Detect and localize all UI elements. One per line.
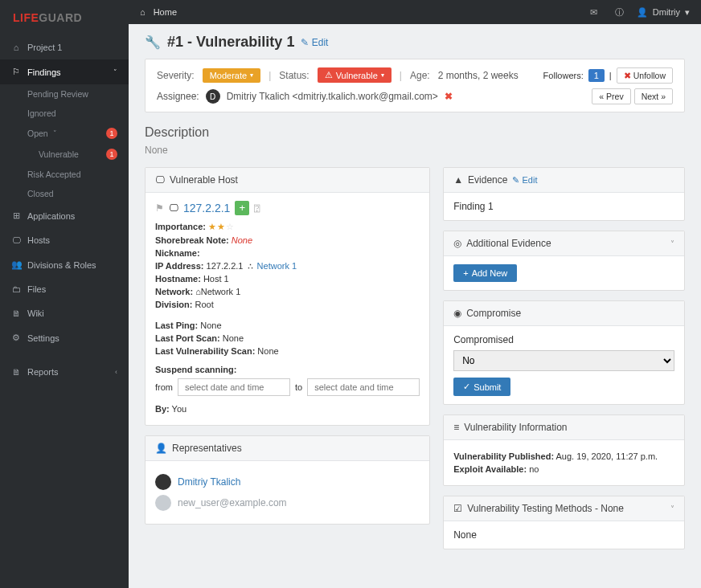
prev-button[interactable]: « Prev	[592, 88, 630, 104]
monitor-icon: 🖵	[155, 174, 165, 186]
breadcrumb-home[interactable]: Home	[154, 7, 177, 17]
page-icon: 🗎	[11, 367, 21, 377]
network-label: Network:	[155, 287, 193, 296]
shorebreak-value: None	[232, 235, 252, 245]
suspend-label: Suspend scanning:	[155, 365, 236, 374]
user-name: Dmitriy	[653, 7, 680, 17]
sidebar-item-hosts[interactable]: 🖵 Hosts	[0, 228, 129, 252]
edit-title-link[interactable]: ✎ Edit	[301, 37, 328, 48]
ip-label: IP Address:	[155, 261, 204, 271]
followers-row: Followers: 1 | ✖Unfollow	[543, 67, 673, 84]
flag-icon: ⚐	[11, 67, 21, 77]
logo: LIFEGUARD	[0, 0, 129, 35]
warning-icon: ⚠	[325, 70, 333, 80]
logo-part2: GUARD	[39, 11, 82, 24]
pencil-icon: ✎	[512, 175, 519, 185]
chevron-left-icon: ‹	[115, 368, 117, 376]
list-icon: ≡	[453, 422, 459, 433]
submit-label: Submit	[473, 382, 501, 392]
sidebar-item-files[interactable]: 🗀 Files	[0, 277, 129, 301]
sidebar-item-risk-accepted[interactable]: Risk Accepted	[0, 165, 129, 184]
help-icon[interactable]: ⍰	[254, 202, 260, 214]
grid-icon: ⊞	[11, 210, 21, 221]
sidebar-item-applications[interactable]: ⊞ Applications	[0, 203, 129, 228]
star-rating: ★★☆	[208, 222, 235, 231]
pencil-icon: ✎	[301, 37, 309, 48]
nickname-label: Nickname:	[155, 248, 200, 258]
last-vuln-value: None	[257, 346, 278, 356]
sidebar-item-settings[interactable]: ⚙ Settings	[0, 325, 129, 350]
user-menu[interactable]: 👤 Dmitriy ▾	[637, 7, 690, 18]
status-dropdown[interactable]: ⚠ Vulnerable ▾	[318, 67, 391, 83]
mail-icon[interactable]: ✉	[585, 5, 603, 19]
add-host-button[interactable]: +	[235, 201, 249, 215]
sidebar-item-vulnerable[interactable]: Vulnerable 1	[0, 144, 129, 165]
exploit-label: Exploit Available:	[453, 464, 527, 474]
sidebar-item-reports[interactable]: 🗎 Reports ‹	[0, 360, 129, 384]
division-value: Root	[195, 300, 214, 309]
sidebar-item-pending[interactable]: Pending Review	[0, 84, 129, 104]
card-title: Evidence	[468, 174, 507, 186]
representatives-card: 👤 Representatives Dmitriy Tkalich new_us…	[145, 435, 430, 525]
representative-link[interactable]: Dmitriy Tkalich	[178, 476, 240, 488]
severity-dropdown[interactable]: Moderate ▾	[203, 68, 260, 83]
submit-button[interactable]: ✓ Submit	[453, 378, 510, 396]
evidence-card: ▲ Evidence ✎ Edit Finding 1	[443, 167, 685, 221]
page-icon: 🗎	[11, 308, 21, 318]
card-title: Vulnerable Host	[170, 174, 238, 186]
followers-count: 1	[588, 69, 605, 82]
sidebar-label: Reports	[27, 367, 59, 377]
edit-evidence-link[interactable]: ✎ Edit	[512, 175, 537, 186]
severity-label: Severity:	[157, 70, 195, 81]
sidebar-label: Ignored	[27, 108, 56, 118]
sidebar-item-closed[interactable]: Closed	[0, 184, 129, 203]
caret-down-icon: ▾	[685, 7, 690, 18]
next-button[interactable]: Next »	[634, 88, 673, 104]
network-value: Network 1	[201, 287, 241, 296]
network-link[interactable]: Network 1	[257, 261, 297, 271]
chevron-down-icon: ˅	[53, 129, 57, 137]
last-vuln-label: Last Vulnerability Scan:	[155, 346, 255, 356]
sidebar-label: Open	[27, 129, 48, 138]
sidebar-label: Findings	[27, 67, 61, 77]
sidebar: LIFEGUARD ⌂ Project 1 ⚐ Findings ˅ Pendi…	[0, 0, 129, 588]
by-value: You	[172, 404, 187, 414]
last-port-value: None	[223, 333, 244, 343]
representative-row: Dmitriy Tkalich	[155, 474, 420, 490]
to-date-input[interactable]	[307, 378, 420, 396]
home-icon[interactable]: ⌂	[140, 7, 146, 17]
logo-part1: LIFE	[13, 11, 39, 24]
sidebar-item-findings[interactable]: ⚐ Findings ˅	[0, 59, 129, 84]
sidebar-item-open[interactable]: Open ˅ 1	[0, 123, 129, 144]
monitor-icon: 🖵	[169, 202, 178, 214]
host-ip-link[interactable]: 127.2.2.1	[183, 202, 230, 214]
remove-assignee-button[interactable]: ✖	[445, 91, 453, 102]
sidebar-item-ignored[interactable]: Ignored	[0, 104, 129, 123]
assignee-text: Dmitriy Tkalich <dmitriy.tkalich.work@gm…	[227, 91, 438, 102]
prev-next-row: « Prev Next »	[592, 88, 673, 104]
sidebar-item-project[interactable]: ⌂ Project 1	[0, 35, 129, 59]
sidebar-item-wiki[interactable]: 🗎 Wiki	[0, 301, 129, 325]
evidence-icon: ▲	[453, 174, 463, 186]
monitor-icon: 🖵	[11, 235, 21, 245]
caret-down-icon: ▾	[381, 71, 384, 79]
wrench-icon: 🔧	[145, 35, 161, 50]
sidebar-item-divisions[interactable]: 👥 Divisions & Roles	[0, 252, 129, 277]
add-new-button[interactable]: + Add New	[453, 264, 517, 282]
unfollow-button[interactable]: ✖Unfollow	[617, 67, 673, 84]
card-title: Vulnerability Testing Methods - None	[467, 503, 624, 514]
age-value: 2 months, 2 weeks	[438, 70, 519, 81]
check-icon: ✓	[463, 382, 470, 392]
sidebar-label: Applications	[27, 211, 75, 221]
caret-down-icon: ▾	[250, 71, 253, 79]
compromised-select[interactable]: No	[453, 350, 674, 371]
additional-evidence-card: ◎ Additional Evidence ˅ + Add New	[443, 231, 685, 291]
sidebar-label: Settings	[27, 333, 59, 343]
from-date-input[interactable]	[178, 378, 290, 396]
avatar-icon: 👤	[637, 7, 648, 18]
hostname-value: Host 1	[203, 274, 229, 284]
target-icon: ◉	[453, 308, 461, 319]
collapse-toggle[interactable]: ˅	[670, 239, 674, 248]
info-icon[interactable]: ⓘ	[611, 5, 629, 19]
collapse-toggle[interactable]: ˅	[670, 504, 674, 513]
